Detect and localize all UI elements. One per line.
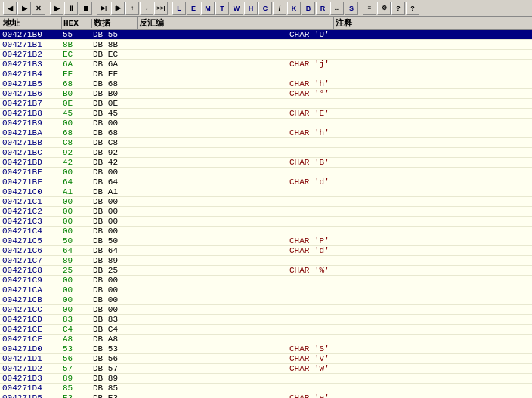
cell-hex: 6A [60,60,91,69]
grid-button[interactable]: ≡ [363,2,376,15]
table-row[interactable]: 004271B18BDB 8B [0,40,532,50]
table-row[interactable]: 004271C200DB 00 [0,207,532,217]
cell-hex: 00 [60,119,91,128]
forward-button[interactable]: ▶ [17,2,31,15]
stop-button[interactable]: ⏹ [79,2,92,15]
table-row[interactable]: 004271D485DB 85 [0,384,532,393]
table-row[interactable]: 004271D156DB 56CHAR 'V' [0,354,532,364]
cell-data: DB EC [91,50,136,59]
cell-data: DB 00 [91,207,136,216]
cell-data: DB 56 [91,354,136,363]
header-comment: 注释 [334,17,530,29]
cell-address: 004271B5 [0,79,60,88]
table-row[interactable]: 004271D053DB 53CHAR 'S' [0,344,532,354]
table-row[interactable]: 004271CA00DB 00 [0,285,532,295]
table-row[interactable]: 004271C0A1DB A1 [0,187,532,197]
cell-comment: CHAR '°' [287,89,532,98]
c-button[interactable]: C [258,2,272,15]
cell-data: DB 89 [91,256,136,265]
cell-hex: 00 [60,227,91,236]
cell-comment: CHAR 'd' [287,246,532,255]
table-row[interactable]: 004271B845DB 45CHAR 'E' [0,109,532,119]
table-row[interactable]: 004271C900DB 00 [0,276,532,285]
table-row[interactable]: 004271CC00DB 00 [0,305,532,315]
k-button[interactable]: K [287,2,301,15]
table-row[interactable]: 004271C300DB 00 [0,217,532,227]
cell-address: 004271D4 [0,384,60,393]
cell-data: DB 68 [91,128,136,137]
help-button[interactable]: ? [391,2,405,15]
step2-button[interactable]: |▶ [111,2,125,15]
table-row[interactable]: 004271BD42DB 42CHAR 'B' [0,158,532,168]
dots-button[interactable]: ... [330,2,344,15]
cell-hex: 00 [60,295,91,304]
table-row[interactable]: 004271C664DB 64CHAR 'd' [0,246,532,256]
cell-hex: 92 [60,148,91,157]
t-button[interactable]: T [215,2,229,15]
table-row[interactable]: 004271CFA8DB A8 [0,335,532,344]
table-row[interactable]: 004271CB00DB 00 [0,295,532,305]
table-row[interactable]: 004271C789DB 89 [0,256,532,266]
play-button[interactable]: ▶ [50,2,63,15]
table-row[interactable]: 004271B4FFDB FF [0,69,532,79]
b-button[interactable]: B [302,2,315,15]
table-row[interactable]: 004271BBC8DB C8 [0,138,532,148]
help2-button[interactable]: ? [406,2,419,15]
cell-address: 004271BE [0,168,60,177]
cell-data: DB 00 [91,305,136,314]
cell-hex: C4 [60,325,91,334]
table-row[interactable]: 004271B70EDB 0E [0,99,532,109]
table-row[interactable]: 004271D389DB 89 [0,374,532,384]
table-row[interactable]: 004271B055DB 55CHAR 'U' [0,30,532,40]
s-button[interactable]: S [345,2,358,15]
cell-data: DB 85 [91,384,136,393]
cell-address: 004271C9 [0,276,60,285]
cell-hex: 56 [60,354,91,363]
cell-comment: CHAR 'd' [287,177,532,187]
cell-address: 004271CC [0,305,60,314]
cell-hex: 55 [60,30,91,39]
table-row[interactable]: 004271BA68DB 68CHAR 'h' [0,128,532,138]
step1-button[interactable]: ▶| [97,2,110,15]
table-row[interactable]: 004271B2ECDB EC [0,50,532,60]
cell-address: 004271CD [0,315,60,324]
h-button[interactable]: H [244,2,258,15]
cell-data: DB 57 [91,364,136,373]
cell-hex: 00 [60,207,91,216]
close-button[interactable]: ✕ [32,2,45,15]
cell-address: 004271BA [0,128,60,137]
run-to-button[interactable]: >>| [154,2,168,15]
cell-hex: FF [60,69,91,79]
l-button[interactable]: L [172,2,186,15]
table-row[interactable]: 004271C100DB 00 [0,197,532,207]
table-row[interactable]: 004271CD83DB 83 [0,315,532,325]
header-hex: HEX [62,19,92,28]
table-row[interactable]: 004271BC92DB 92 [0,148,532,158]
table-row[interactable]: 004271BE00DB 00 [0,168,532,177]
table-row[interactable]: 004271CEC4DB C4 [0,325,532,335]
slash-button[interactable]: / [273,2,286,15]
table-row[interactable]: 004271D5E3DB E3CHAR 'e' [0,393,532,398]
step3-button[interactable]: ↑ [125,2,139,15]
step4-button[interactable]: ↓ [140,2,153,15]
back-button[interactable]: ◀ [3,2,17,15]
table-row[interactable]: 004271B36ADB 6ACHAR 'j' [0,60,532,69]
table-row[interactable]: 004271B568DB 68CHAR 'h' [0,79,532,89]
e-button[interactable]: E [187,2,200,15]
table-row[interactable]: 004271B900DB 00 [0,119,532,128]
table-row[interactable]: 004271C825DB 25CHAR '%' [0,266,532,276]
m-button[interactable]: M [201,2,215,15]
cell-address: 004271BB [0,138,60,147]
table-row[interactable]: 004271BF64DB 64CHAR 'd' [0,177,532,187]
w-button[interactable]: W [230,2,243,15]
table-row[interactable]: 004271C550DB 50CHAR 'P' [0,236,532,246]
table-row[interactable]: 004271C400DB 00 [0,227,532,236]
data-area[interactable]: 004271B055DB 55CHAR 'U'004271B18BDB 8B00… [0,30,532,398]
options-button[interactable]: ⚙ [377,2,391,15]
pause-button[interactable]: ⏸ [64,2,78,15]
table-row[interactable]: 004271D257DB 57CHAR 'W' [0,364,532,374]
table-row[interactable]: 004271B6B0DB B0CHAR '°' [0,89,532,99]
r-button[interactable]: R [316,2,329,15]
cell-hex: 57 [60,364,91,373]
cell-address: 004271D2 [0,364,60,373]
